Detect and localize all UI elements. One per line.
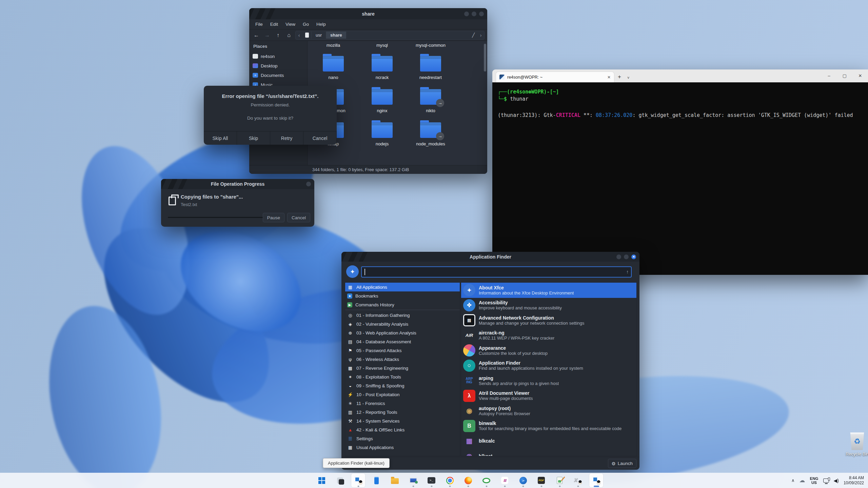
- terminal-titlebar[interactable]: re4son@WOPR: ~ ✕ + ˅ – ▢ ✕: [492, 69, 868, 82]
- progress-dialog-titlebar[interactable]: File Operation Progress: [161, 179, 314, 189]
- error-dialog-button[interactable]: Skip: [237, 131, 270, 145]
- category-item[interactable]: ▦ Usual Applications: [345, 443, 460, 452]
- minimize-button[interactable]: [464, 12, 469, 16]
- app-finder-titlebar[interactable]: Application Finder ✕: [341, 252, 639, 262]
- tab-close-icon[interactable]: ✕: [607, 75, 611, 80]
- application-item[interactable]: AiR aircrack-ng A 802.11 WEP / WPA-PSK k…: [461, 328, 636, 343]
- category-item[interactable]: ★ Bookmarks: [345, 291, 460, 300]
- application-item[interactable]: ✦ About Xfce Information about the Xfce …: [461, 283, 636, 298]
- folder-item[interactable]: → nikto: [410, 86, 451, 113]
- taskbar-icon-slack[interactable]: [498, 473, 512, 487]
- terminal-tab[interactable]: re4son@WOPR: ~ ✕: [496, 72, 614, 82]
- category-item[interactable]: ▶ Commands History: [345, 300, 460, 309]
- maximize-button[interactable]: [472, 12, 476, 16]
- menu-item[interactable]: Help: [313, 20, 329, 28]
- place-item[interactable]: re4son: [253, 52, 307, 61]
- category-item[interactable]: ▩ 07 - Reverse Engineering: [345, 364, 460, 372]
- tab-dropdown-icon[interactable]: ˅: [625, 76, 632, 82]
- folder-item[interactable]: → ncrack: [362, 53, 402, 80]
- home-button[interactable]: ⌂: [284, 32, 293, 38]
- file-manager-titlebar[interactable]: share: [249, 8, 487, 19]
- category-item[interactable]: ▤ 04 - Database Assessment: [345, 337, 460, 346]
- launch-button[interactable]: ⚙ Launch: [608, 459, 636, 468]
- minimize-button[interactable]: –: [821, 69, 837, 82]
- network-icon[interactable]: [823, 479, 829, 483]
- close-button[interactable]: [306, 182, 311, 186]
- category-item[interactable]: ▥ 12 - Reporting Tools: [345, 408, 460, 416]
- taskbar-icon-chrome[interactable]: [443, 473, 457, 487]
- category-item[interactable]: ◈ 02 - Vulnerability Analysis: [345, 320, 460, 328]
- category-item[interactable]: ✶ 08 - Exploitation Tools: [345, 372, 460, 381]
- application-item[interactable]: ✜ Accessibility Improve keyboard and mou…: [461, 298, 636, 313]
- close-button[interactable]: ✕: [852, 69, 868, 82]
- folder-label-partial[interactable]: mysql-common: [410, 43, 451, 48]
- maximize-button[interactable]: ▢: [837, 69, 852, 82]
- maximize-button[interactable]: [624, 255, 629, 259]
- folder-item[interactable]: → node_modules: [410, 120, 451, 146]
- device-icon[interactable]: [302, 33, 311, 38]
- category-item[interactable]: ◎ 01 - Information Gathering: [345, 311, 460, 320]
- up-button[interactable]: ↑: [274, 32, 282, 38]
- taskbar-icon-start[interactable]: [315, 473, 329, 487]
- folder-label-partial[interactable]: mozilla: [313, 43, 354, 48]
- recycle-bin[interactable]: ♻ Recycle Bin: [843, 432, 868, 456]
- back-button[interactable]: ←: [252, 32, 261, 38]
- application-item[interactable]: ◉ blkcat: [461, 449, 636, 456]
- error-dialog-button[interactable]: Skip All: [204, 131, 237, 145]
- category-item[interactable]: ⊕ 03 - Web Application Analysis: [345, 328, 460, 337]
- breadcrumb-next-icon[interactable]: ›: [477, 33, 484, 38]
- taskbar-icon-thunderbird[interactable]: [516, 473, 530, 487]
- folder-item[interactable]: → needrestart: [410, 53, 451, 80]
- error-dialog-button[interactable]: Retry: [270, 131, 303, 145]
- taskbar-icon-file-explorer[interactable]: [388, 473, 402, 487]
- place-item[interactable]: ≡ Documents: [253, 70, 307, 80]
- breadcrumb-prev-icon[interactable]: ‹: [296, 33, 302, 38]
- progress-dialog-button[interactable]: Cancel: [287, 213, 310, 222]
- category-item[interactable]: ☰ Settings: [345, 434, 460, 443]
- error-dialog-button[interactable]: Cancel: [303, 131, 337, 145]
- taskbar-icon-windows-terminal[interactable]: [425, 473, 438, 487]
- search-input[interactable]: [361, 266, 632, 278]
- tray-expand-icon[interactable]: ∧: [791, 478, 795, 483]
- breadcrumb-item[interactable]: share: [326, 32, 346, 39]
- minimize-button[interactable]: [616, 255, 621, 259]
- category-item[interactable]: ◒ 09 - Sniffing & Spoofing: [345, 381, 460, 390]
- taskbar-icon-notepad[interactable]: [553, 473, 567, 487]
- volume-icon[interactable]: ◀): [834, 478, 839, 483]
- taskbar-icon-firefox[interactable]: [461, 473, 475, 487]
- application-item[interactable]: ▤ Advanced Network Configuration Manage …: [461, 313, 636, 328]
- scrollbar-thumb[interactable]: [484, 44, 486, 72]
- application-item[interactable]: ○ Application Finder Find and launch app…: [461, 358, 636, 373]
- language-indicator[interactable]: ENG US: [810, 476, 818, 485]
- taskbar-icon-app-finder[interactable]: [589, 473, 603, 487]
- application-item[interactable]: ◉ autopsy (root) Autopsy Forensic Browse…: [461, 403, 636, 419]
- breadcrumb-item[interactable]: usr: [311, 32, 326, 39]
- category-item[interactable]: ✳ 11 - Forensics: [345, 399, 460, 408]
- menu-item[interactable]: File: [252, 20, 266, 28]
- menu-item[interactable]: Go: [299, 20, 312, 28]
- collapse-icon[interactable]: ↑: [626, 269, 629, 274]
- onedrive-icon[interactable]: ☁: [800, 477, 805, 484]
- category-item[interactable]: ⚡ 10 - Post Exploitation: [345, 390, 460, 399]
- taskbar-icon-pdf-viewer[interactable]: [534, 473, 548, 487]
- application-item[interactable]: λ Atril Document Viewer View multi-page …: [461, 388, 636, 404]
- new-tab-button[interactable]: +: [614, 74, 625, 82]
- taskbar-icon-phone-link[interactable]: [370, 473, 383, 487]
- category-item[interactable]: ⚑ 05 - Password Attacks: [345, 346, 460, 355]
- progress-dialog-button[interactable]: Pause: [263, 213, 284, 222]
- taskbar-icon-vnc-viewer[interactable]: [479, 473, 493, 487]
- forward-button[interactable]: →: [263, 32, 272, 38]
- taskbar-icon-task-view[interactable]: [333, 473, 347, 487]
- edit-path-icon[interactable]: ╱: [469, 33, 477, 38]
- taskbar-icon-remote-desktop[interactable]: [406, 473, 420, 487]
- taskbar-icon-x-server[interactable]: [571, 473, 585, 487]
- folder-item[interactable]: → nano: [313, 53, 354, 80]
- category-item[interactable]: ▲ 42 - Kali & OffSec Links: [345, 425, 460, 434]
- application-item[interactable]: ▦ blkcalc: [461, 433, 636, 449]
- menu-item[interactable]: Edit: [267, 20, 281, 28]
- taskbar-icon-wsl-thunar[interactable]: [351, 473, 365, 487]
- application-item[interactable]: ARP ING arping Sends arp and/or ip pings…: [461, 373, 636, 388]
- category-item[interactable]: ▦ All Applications: [345, 283, 460, 291]
- folder-item[interactable]: → nodejs: [362, 120, 402, 146]
- place-item[interactable]: Desktop: [253, 61, 307, 70]
